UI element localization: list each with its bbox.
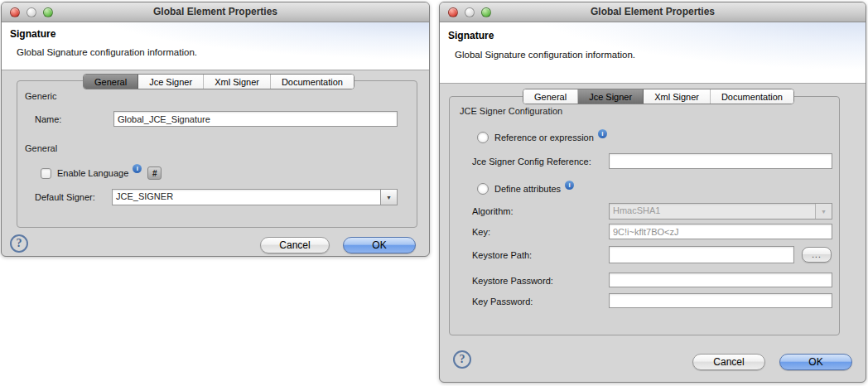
info-icon[interactable]: i — [565, 181, 574, 190]
key-password-label: Key Password: — [472, 297, 533, 306]
keystore-path-label: Keystore Path: — [472, 250, 532, 260]
algorithm-combo: HmacSHA1 ▼ — [609, 203, 832, 220]
page-title: Signature — [448, 30, 494, 41]
name-label: Name: — [35, 114, 61, 124]
page-subtitle: Global Signature configuration informati… — [455, 50, 635, 60]
tab-documentation[interactable]: Documentation — [271, 75, 354, 89]
tab-bar: General Jce Signer Xml Signer Documentat… — [83, 74, 354, 89]
help-button[interactable]: ? — [10, 234, 28, 253]
cancel-button[interactable]: Cancel — [260, 237, 330, 253]
tab-general[interactable]: General — [84, 75, 138, 89]
name-input[interactable] — [113, 111, 398, 127]
enable-language-label: Enable Language — [57, 168, 128, 178]
enable-language-row: Enable Language i # — [41, 166, 162, 180]
define-attributes-row: Define attributes i — [477, 183, 574, 195]
tab-xml-signer[interactable]: Xml Signer — [644, 89, 711, 104]
page-subtitle: Global Signature configuration informati… — [17, 47, 197, 57]
reference-or-expression-label: Reference or expression — [494, 133, 594, 142]
enable-language-checkbox[interactable] — [41, 168, 51, 179]
cancel-button[interactable]: Cancel — [692, 354, 765, 370]
tab-jce-signer[interactable]: Jce Signer — [578, 89, 644, 104]
page-title: Signature — [10, 28, 55, 40]
info-icon[interactable]: i — [598, 129, 607, 138]
tab-documentation[interactable]: Documentation — [711, 89, 793, 104]
default-signer-label: Default Signer: — [35, 192, 95, 202]
tab-bar: General Jce Signer Xml Signer Documentat… — [523, 89, 794, 104]
title-bar[interactable]: Global Element Properties — [2, 2, 429, 22]
keystore-path-input[interactable] — [609, 246, 794, 263]
keystore-password-input[interactable] — [609, 273, 832, 287]
keystore-password-label: Keystore Password: — [472, 276, 553, 286]
key-input[interactable] — [609, 224, 832, 239]
browse-button[interactable]: ... — [802, 247, 832, 263]
title-bar[interactable]: Global Element Properties — [440, 2, 866, 22]
info-icon[interactable]: i — [133, 164, 142, 173]
define-attributes-label: Define attributes — [494, 184, 561, 194]
reference-or-expression-row: Reference or expression i — [477, 132, 607, 143]
window-title: Global Element Properties — [440, 6, 866, 17]
key-label: Key: — [472, 227, 490, 237]
chevron-down-icon: ▼ — [815, 204, 832, 219]
default-signer-combo[interactable]: JCE_SIGNER ▼ — [112, 189, 398, 205]
help-button[interactable]: ? — [453, 350, 471, 369]
config-reference-input[interactable] — [609, 153, 832, 169]
define-attributes-radio[interactable] — [477, 183, 489, 195]
dialog-header: Signature Global Signature configuration… — [440, 22, 866, 84]
ok-button[interactable]: OK — [343, 237, 416, 253]
tab-general[interactable]: General — [523, 89, 578, 104]
dialog-global-element-properties-jce-signer: Global Element Properties Signature Glob… — [439, 2, 866, 383]
general-group-label: General — [25, 143, 57, 153]
config-reference-label: Jce Signer Config Reference: — [472, 157, 591, 166]
dialog-header: Signature Global Signature configuration… — [2, 22, 429, 70]
key-password-input[interactable] — [609, 293, 832, 308]
chevron-down-icon[interactable]: ▼ — [380, 190, 397, 205]
window-title: Global Element Properties — [2, 6, 429, 17]
algorithm-label: Algorithm: — [472, 206, 514, 216]
dialog-global-element-properties-general: Global Element Properties Signature Glob… — [1, 2, 430, 257]
default-signer-value: JCE_SIGNER — [113, 190, 380, 205]
expression-icon[interactable]: # — [147, 166, 162, 180]
jce-signer-config-label: JCE Signer Configuration — [460, 106, 562, 116]
algorithm-value: HmacSHA1 — [610, 204, 815, 219]
tab-jce-signer[interactable]: Jce Signer — [138, 75, 204, 89]
reference-or-expression-radio[interactable] — [477, 132, 489, 143]
tab-content-panel — [17, 80, 417, 228]
ok-button[interactable]: OK — [779, 354, 852, 370]
tab-xml-signer[interactable]: Xml Signer — [204, 75, 271, 89]
generic-group-label: Generic — [25, 91, 57, 101]
